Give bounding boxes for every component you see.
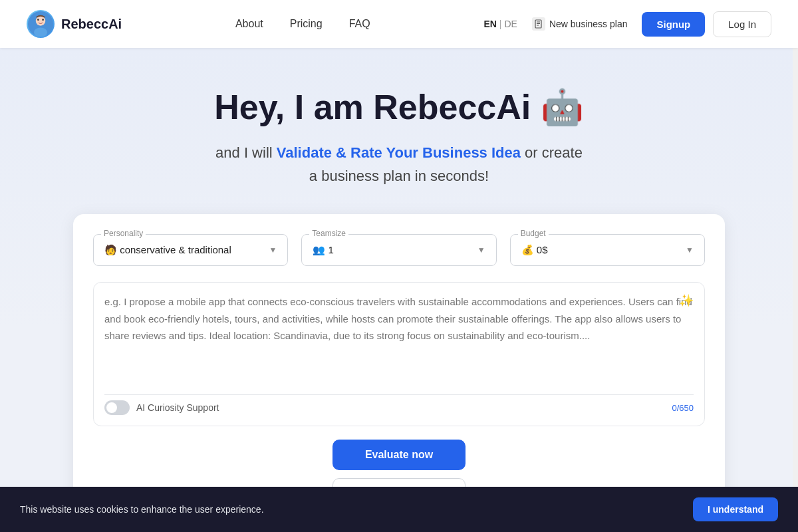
hero-title: Hey, I am RebeccAi 🤖	[13, 88, 785, 128]
teamsize-label: Teamsize	[309, 229, 348, 238]
nav-pricing[interactable]: Pricing	[290, 18, 323, 30]
teamsize-dropdown[interactable]: 👥 1 ▼	[301, 234, 496, 266]
login-button[interactable]: Log In	[713, 11, 771, 37]
budget-value: 💰 0$	[521, 244, 548, 256]
lang-switch: EN | DE	[483, 19, 517, 29]
char-count: 0/650	[672, 403, 694, 413]
subtitle-pre: and I will	[215, 144, 277, 161]
textarea-footer: AI Curiosity Support 0/650	[104, 394, 694, 415]
teamsize-arrow-icon: ▼	[477, 245, 485, 255]
personality-dropdown-group: Personality 🧑 conservative & traditional…	[93, 234, 288, 266]
page-wrapper: RebeccAi About Pricing FAQ EN | DE	[0, 0, 798, 532]
personality-label: Personality	[101, 229, 146, 238]
navbar-right: EN | DE New business plan Signup Log In	[483, 11, 771, 37]
cookie-text: This website uses cookies to enhance the…	[20, 504, 264, 515]
cookie-accept-button[interactable]: I understand	[693, 497, 778, 521]
new-plan-button[interactable]: New business plan	[525, 13, 634, 35]
personality-arrow-icon: ▼	[269, 245, 277, 255]
svg-point-1	[36, 16, 45, 25]
subtitle-highlight: Validate & Rate Your Business Idea	[277, 144, 521, 161]
ai-curiosity-toggle[interactable]	[104, 400, 130, 415]
hero-subtitle: and I will Validate & Rate Your Business…	[13, 141, 785, 188]
lang-de[interactable]: DE	[504, 19, 517, 29]
signup-button[interactable]: Signup	[642, 12, 705, 37]
logo-avatar	[27, 10, 55, 38]
budget-dropdown[interactable]: 💰 0$ ▼	[510, 234, 705, 266]
personality-value: 🧑 conservative & traditional	[104, 244, 231, 256]
document-icon	[532, 17, 545, 31]
svg-point-4	[42, 19, 44, 21]
logo[interactable]: RebeccAi	[27, 10, 122, 38]
svg-point-3	[37, 19, 39, 21]
lang-en[interactable]: EN	[483, 19, 496, 29]
teamsize-value: 👥 1	[313, 244, 334, 256]
hero-section: Hey, I am RebeccAi 🤖 and I will Validate…	[0, 48, 798, 532]
teamsize-dropdown-group: Teamsize 👥 1 ▼	[301, 234, 496, 266]
budget-dropdown-group: Budget 💰 0$ ▼	[510, 234, 705, 266]
lang-separator: |	[499, 19, 502, 29]
idea-input[interactable]	[104, 293, 694, 386]
hero-content: Hey, I am RebeccAi 🤖 and I will Validate…	[0, 48, 798, 532]
personality-dropdown[interactable]: 🧑 conservative & traditional ▼	[93, 234, 288, 266]
navbar: RebeccAi About Pricing FAQ EN | DE	[0, 0, 798, 48]
magic-icon: ✨	[679, 293, 694, 308]
budget-label: Budget	[518, 229, 549, 238]
dropdowns-row: Personality 🧑 conservative & traditional…	[93, 234, 705, 266]
ai-curiosity-label: AI Curiosity Support	[136, 402, 219, 413]
new-plan-label: New business plan	[549, 19, 628, 29]
nav-faq[interactable]: FAQ	[349, 18, 370, 30]
evaluate-button[interactable]: Evaluate now	[332, 440, 466, 470]
budget-arrow-icon: ▼	[686, 245, 694, 255]
ai-curiosity-toggle-row: AI Curiosity Support	[104, 400, 219, 415]
idea-textarea-wrapper: ✨ AI Curiosity Support 0/650	[93, 282, 705, 426]
navbar-nav: About Pricing FAQ	[235, 18, 370, 30]
cookie-banner: This website uses cookies to enhance the…	[0, 487, 798, 532]
logo-text: RebeccAi	[61, 17, 122, 32]
main-card: Personality 🧑 conservative & traditional…	[73, 214, 725, 521]
nav-about[interactable]: About	[235, 18, 263, 30]
